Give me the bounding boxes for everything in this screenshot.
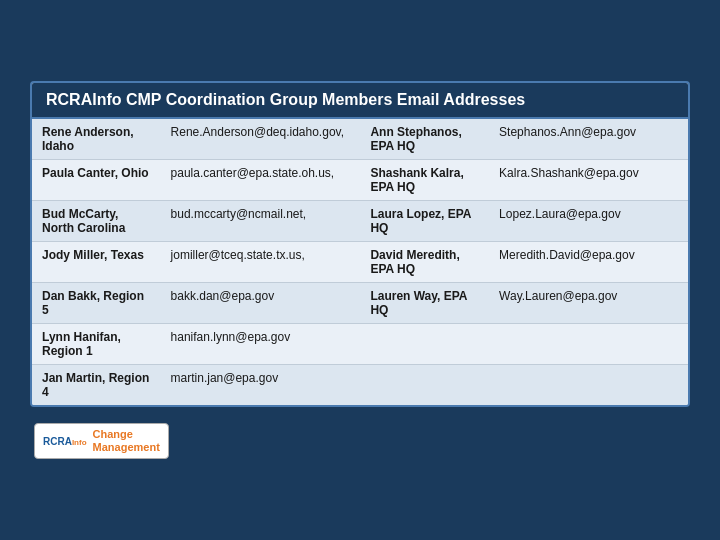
card: RCRAInfo CMP Coordination Group Members … [30,81,690,407]
member-name-left: Paula Canter, Ohio [32,159,161,200]
member-name-right: Shashank Kalra, EPA HQ [360,159,489,200]
table-row: Rene Anderson, IdahoRene.Anderson@deq.id… [32,119,688,160]
logo-box: RCRAInfo ChangeManagement [34,423,169,459]
logo-text: ChangeManagement [93,428,160,454]
rcra-logo: RCRAInfo [43,436,87,447]
member-email-left: hanifan.lynn@epa.gov [161,323,361,364]
member-email-right: Kalra.Shashank@epa.gov [489,159,688,200]
member-email-left: bud.mccarty@ncmail.net, [161,200,361,241]
member-name-right: Lauren Way, EPA HQ [360,282,489,323]
table-row: Bud McCarty, North Carolinabud.mccarty@n… [32,200,688,241]
table-row: Lynn Hanifan, Region 1hanifan.lynn@epa.g… [32,323,688,364]
member-email-right: Way.Lauren@epa.gov [489,282,688,323]
member-email-right: Meredith.David@epa.gov [489,241,688,282]
member-name-right [360,323,489,364]
table-row: Paula Canter, Ohiopaula.canter@epa.state… [32,159,688,200]
member-name-right: Ann Stephanos, EPA HQ [360,119,489,160]
main-container: RCRAInfo CMP Coordination Group Members … [20,71,700,469]
member-name-left: Dan Bakk, Region 5 [32,282,161,323]
member-email-left: martin.jan@epa.gov [161,364,361,405]
member-email-right: Stephanos.Ann@epa.gov [489,119,688,160]
member-email-left: paula.canter@epa.state.oh.us, [161,159,361,200]
members-table: Rene Anderson, IdahoRene.Anderson@deq.id… [32,119,688,405]
member-email-right [489,323,688,364]
member-name-left: Rene Anderson, Idaho [32,119,161,160]
footer: RCRAInfo ChangeManagement [30,423,690,459]
table-row: Jody Miller, Texasjomiller@tceq.state.tx… [32,241,688,282]
member-name-left: Jody Miller, Texas [32,241,161,282]
member-email-right: Lopez.Laura@epa.gov [489,200,688,241]
member-name-right: David Meredith, EPA HQ [360,241,489,282]
table-row: Dan Bakk, Region 5bakk.dan@epa.govLauren… [32,282,688,323]
member-name-left: Lynn Hanifan, Region 1 [32,323,161,364]
member-name-right: Laura Lopez, EPA HQ [360,200,489,241]
member-email-left: jomiller@tceq.state.tx.us, [161,241,361,282]
member-email-left: Rene.Anderson@deq.idaho.gov, [161,119,361,160]
table-row: Jan Martin, Region 4martin.jan@epa.gov [32,364,688,405]
member-email-right [489,364,688,405]
member-name-left: Jan Martin, Region 4 [32,364,161,405]
member-email-left: bakk.dan@epa.gov [161,282,361,323]
card-title: RCRAInfo CMP Coordination Group Members … [32,83,688,119]
member-name-right [360,364,489,405]
member-name-left: Bud McCarty, North Carolina [32,200,161,241]
